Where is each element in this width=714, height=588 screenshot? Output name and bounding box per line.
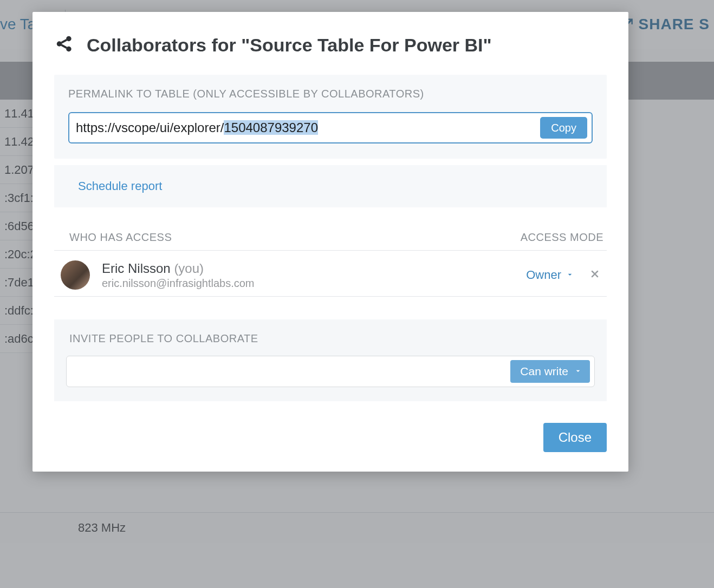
invite-input-row: Can write [66, 356, 595, 387]
permission-label: Can write [520, 365, 568, 378]
access-row: Eric Nilsson (you) eric.nilsson@infrasig… [54, 257, 607, 297]
modal-footer: Close [54, 423, 607, 452]
chevron-down-icon [574, 365, 582, 378]
permission-dropdown[interactable]: Can write [510, 360, 590, 383]
modal-title: Collaborators for "Source Table For Powe… [87, 35, 492, 56]
invite-panel: INVITE PEOPLE TO COLLABORATE Can write [54, 319, 607, 401]
remove-user-button[interactable] [589, 269, 600, 282]
access-header-row: WHO HAS ACCESS ACCESS MODE [54, 231, 607, 250]
permalink-selected: 1504087939270 [224, 120, 318, 135]
role-label: Owner [526, 268, 561, 282]
invite-input[interactable] [74, 360, 510, 383]
user-name-text: Eric Nilsson [102, 261, 171, 276]
who-has-access-label: WHO HAS ACCESS [69, 231, 172, 244]
schedule-report-link[interactable]: Schedule report [78, 179, 162, 193]
invite-label: INVITE PEOPLE TO COLLABORATE [66, 332, 595, 345]
permalink-input-wrap[interactable]: https://vscope/ui/explorer/1504087939270… [68, 112, 593, 143]
access-divider [54, 250, 607, 251]
schedule-panel: Schedule report [54, 165, 607, 207]
permalink-prefix: https://vscope/ui/explorer/ [76, 120, 224, 135]
permalink-url[interactable]: https://vscope/ui/explorer/1504087939270 [76, 120, 540, 135]
user-block: Eric Nilsson (you) eric.nilsson@infrasig… [102, 261, 526, 290]
share-icon [54, 34, 75, 56]
user-email: eric.nilsson@infrasightlabs.com [102, 277, 526, 290]
collaborators-modal: Collaborators for "Source Table For Powe… [33, 12, 628, 472]
close-button[interactable]: Close [543, 423, 607, 452]
user-name: Eric Nilsson (you) [102, 261, 526, 276]
copy-button[interactable]: Copy [540, 117, 587, 139]
chevron-down-icon [566, 268, 574, 282]
modal-header: Collaborators for "Source Table For Powe… [54, 34, 607, 56]
you-tag: (you) [174, 261, 204, 276]
permalink-label: PERMALINK TO TABLE (ONLY ACCESSIBLE BY C… [68, 88, 593, 100]
role-dropdown[interactable]: Owner [526, 268, 574, 282]
access-mode-label: ACCESS MODE [521, 231, 603, 244]
avatar [61, 260, 90, 290]
permalink-panel: PERMALINK TO TABLE (ONLY ACCESSIBLE BY C… [54, 75, 607, 159]
